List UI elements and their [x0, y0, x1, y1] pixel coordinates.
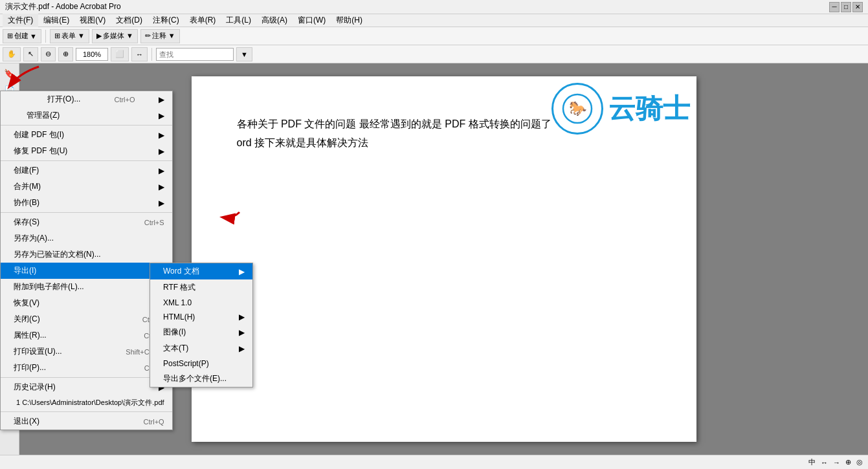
zoom-in-button[interactable]: ⊕ [58, 47, 73, 61]
status-icon-1[interactable]: 中 [808, 457, 816, 467]
close-button[interactable]: ✕ [852, 2, 863, 12]
menu-save-certified[interactable]: 另存为已验证的文档(N)... [1, 246, 172, 263]
menu-form[interactable]: 表单(R) [184, 14, 221, 27]
status-icon-4[interactable]: ⊕ [845, 458, 851, 466]
toolbar-2: ✋ ↖ ⊖ ⊕ ⬜ ↔ ▼ [0, 45, 868, 63]
zoom-input[interactable] [76, 48, 108, 61]
pdf-page: 🐎 云骑士 各种关于 PDF 文件的问题 最经常遇到的就是 PDF 格式转换的问… [192, 76, 696, 442]
menu-repair-pdf[interactable]: 修复 PDF 包(U) ▶ [1, 143, 172, 159]
menu-file[interactable]: 文件(F) [3, 14, 38, 27]
menu-exit[interactable]: 退出(X) Ctrl+Q [1, 413, 172, 430]
menu-attach-email[interactable]: 附加到电子邮件(L)... [1, 279, 172, 295]
menu-restore[interactable]: 恢复(V) [1, 295, 172, 311]
svg-text:🐎: 🐎 [568, 100, 586, 117]
search-button[interactable]: ▼ [236, 47, 252, 61]
toolbar-1: ⊞ 创建 ▼ ⊞ 表单 ▼ ▶ 多媒体 ▼ ✏ 注释 ▼ [0, 27, 868, 45]
menu-print-setup[interactable]: 打印设置(U)... Shift+Ctrl+P [1, 344, 172, 360]
submenu-rtf[interactable]: RTF 格式 [150, 279, 252, 296]
window-controls: ─ □ ✕ [829, 2, 863, 12]
logo-area: 🐎 云骑士 [551, 83, 690, 135]
menu-save-as[interactable]: 另存为(A)... [1, 230, 172, 246]
menu-view[interactable]: 视图(V) [74, 14, 111, 27]
menu-save[interactable]: 保存(S) Ctrl+S [1, 214, 172, 230]
maximize-button[interactable]: □ [841, 2, 851, 12]
menu-document[interactable]: 文档(D) [111, 14, 148, 27]
multimedia-button[interactable]: ▶ 多媒体 ▼ [92, 29, 138, 43]
menu-history-item[interactable]: 1 C:\Users\Administrator\Desktop\演示文件.pd… [1, 395, 172, 410]
toolbar-separator [45, 30, 46, 43]
menu-close[interactable]: 关闭(C) Ctrl+W [1, 311, 172, 327]
submenu-postscript[interactable]: PostScript(P) [150, 356, 252, 371]
submenu-word[interactable]: Word 文档 ▶ [150, 263, 252, 279]
dropdown-arrow-icon: ▼ [30, 32, 37, 40]
logo-text: 云骑士 [608, 91, 690, 127]
status-icon-2[interactable]: ↔ [821, 459, 828, 466]
menu-window[interactable]: 窗口(W) [293, 14, 331, 27]
file-menu-dropdown: 打开(O)... Ctrl+O ▶ 管理器(Z) ▶ 创建 PDF 包(I) ▶… [0, 91, 173, 430]
status-icon-5[interactable]: ◎ [856, 458, 863, 466]
minimize-button[interactable]: ─ [829, 2, 840, 12]
zoom-out-button[interactable]: ⊖ [41, 47, 56, 61]
sep-4 [1, 377, 172, 378]
fit-width-button[interactable]: ↔ [131, 47, 148, 61]
submenu-export-multiple[interactable]: 导出多个文件(E)... [150, 371, 252, 387]
menu-open[interactable]: 打开(O)... Ctrl+O ▶ [1, 91, 172, 107]
toolbar-sep2 [151, 48, 152, 61]
table-button[interactable]: ⊞ 表单 ▼ [50, 29, 89, 43]
search-input[interactable] [156, 48, 234, 61]
menu-create[interactable]: 创建(F) ▶ [1, 162, 172, 179]
sep-1 [1, 125, 172, 125]
menu-advanced[interactable]: 高级(A) [256, 14, 293, 27]
menu-edit[interactable]: 编辑(E) [38, 14, 74, 27]
create-button[interactable]: ⊞ 创建 ▼ [3, 29, 41, 43]
export-submenu: Word 文档 ▶ RTF 格式 XML 1.0 HTML(H) ▶ 图像(I) [150, 263, 253, 387]
menu-merge[interactable]: 合并(M) ▶ [1, 179, 172, 195]
menu-manage[interactable]: 管理器(Z) ▶ [1, 107, 172, 124]
submenu-image[interactable]: 图像(I) ▶ [150, 324, 252, 340]
sep-2 [1, 160, 172, 161]
fit-page-button[interactable]: ⬜ [111, 47, 129, 61]
menu-export[interactable]: 导出(I) ▶ Word 文档 ▶ RTF 格式 XML 1.0 HTM [1, 263, 172, 279]
create-icon: ⊞ [7, 32, 13, 40]
pdf-text-2: ord 接下来就是具体解决方法 [237, 134, 651, 153]
sep-3 [1, 212, 172, 213]
hand-tool-button[interactable]: ✋ [3, 47, 21, 61]
status-bar: 中 ↔ → ⊕ ◎ [0, 455, 868, 469]
menu-bar: 文件(F) 编辑(E) 视图(V) 文档(D) 注释(C) 表单(R) 工具(L… [0, 14, 868, 27]
menu-print[interactable]: 打印(P)... Ctrl+P [1, 360, 172, 376]
status-icon-3[interactable]: → [833, 459, 840, 466]
status-right: 中 ↔ → ⊕ ◎ [808, 457, 863, 467]
multimedia-icon: ▶ [96, 32, 102, 40]
window-title: 演示文件.pdf - Adobe Acrobat Pro [5, 1, 121, 12]
sep-5 [1, 411, 172, 412]
menu-create-pdf-pkg[interactable]: 创建 PDF 包(I) ▶ [1, 127, 172, 143]
annotation-button[interactable]: ✏ 注释 ▼ [140, 29, 180, 43]
logo-icon: 🐎 [561, 93, 594, 125]
bookmark-icon[interactable]: 🔖 [2, 66, 17, 82]
title-bar: 演示文件.pdf - Adobe Acrobat Pro ─ □ ✕ [0, 0, 868, 14]
menu-tools[interactable]: 工具(L) [221, 14, 256, 27]
file-menu-list: 打开(O)... Ctrl+O ▶ 管理器(Z) ▶ 创建 PDF 包(I) ▶… [0, 91, 173, 430]
menu-comment[interactable]: 注释(C) [148, 14, 184, 27]
submenu-xml[interactable]: XML 1.0 [150, 296, 252, 310]
submenu-html[interactable]: HTML(H) ▶ [150, 310, 252, 324]
submenu-text[interactable]: 文本(T) ▶ [150, 340, 252, 356]
annotation-icon: ✏ [145, 32, 151, 40]
logo-circle: 🐎 [551, 83, 603, 135]
select-tool-button[interactable]: ↖ [23, 47, 38, 61]
menu-help[interactable]: 帮助(H) [331, 14, 368, 27]
table-icon: ⊞ [54, 32, 60, 40]
main-area: 🔖 📄 📎 🐎 云骑士 各种关于 PDF 文件的问题 最经常遇到的就是 PDF … [0, 63, 868, 455]
menu-properties[interactable]: 属性(R)... Ctrl+D [1, 327, 172, 344]
menu-history[interactable]: 历史记录(H) ▶ [1, 379, 172, 395]
menu-collab[interactable]: 协作(B) ▶ [1, 195, 172, 211]
